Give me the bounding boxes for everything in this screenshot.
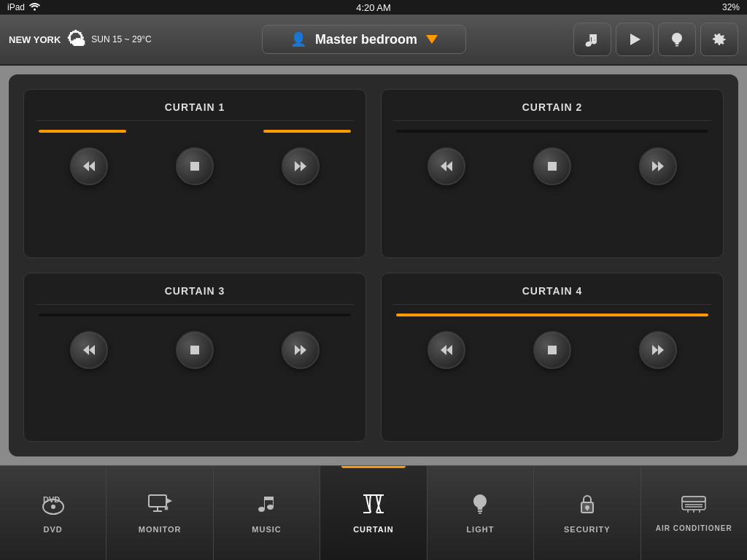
svg-text:DVD: DVD (43, 495, 60, 504)
tab-security[interactable]: SECURITY (534, 466, 640, 560)
svg-marker-18 (446, 345, 452, 355)
svg-marker-6 (301, 161, 306, 171)
curtain-2-title: CURTAIN 2 (393, 101, 711, 121)
tab-security-label: SECURITY (564, 525, 611, 534)
room-label: Master bedroom (315, 32, 417, 47)
svg-rect-14 (190, 346, 199, 354)
svg-rect-4 (190, 162, 199, 171)
svg-rect-25 (149, 495, 166, 507)
dvd-icon: DVD (39, 492, 67, 519)
svg-marker-16 (301, 345, 306, 355)
svg-marker-5 (295, 161, 301, 171)
light-icon (469, 492, 491, 519)
tab-light[interactable]: LIGHT (427, 466, 534, 560)
room-selector: 👤 Master bedroom (162, 25, 566, 54)
settings-button[interactable] (700, 23, 738, 56)
curtain-2-controls (393, 141, 711, 191)
play-button[interactable] (616, 23, 654, 56)
battery-label: 32% (722, 2, 740, 12)
svg-marker-21 (658, 345, 664, 355)
curtain-1-rewind-button[interactable] (70, 147, 108, 185)
curtain-4-stop-button[interactable] (533, 331, 571, 369)
svg-marker-10 (652, 161, 658, 171)
music-icon (255, 492, 279, 519)
curtain-2-card: CURTAIN 2 (381, 89, 724, 258)
curtain-2-rewind-button[interactable] (427, 147, 465, 185)
tab-dvd[interactable]: DVD DVD (0, 466, 107, 560)
curtain-3-stop-button[interactable] (176, 331, 214, 369)
city-label: NEW YORK (9, 34, 61, 45)
svg-point-0 (34, 8, 36, 10)
person-icon: 👤 (290, 31, 306, 47)
ac-icon (681, 494, 707, 518)
curtain-2-forward-button[interactable] (639, 147, 677, 185)
curtain-4-card: CURTAIN 4 (381, 273, 724, 442)
tab-curtain-label: CURTAIN (353, 525, 394, 534)
top-controls (573, 23, 738, 56)
svg-marker-3 (89, 161, 95, 171)
monitor-icon (146, 492, 174, 519)
tab-music-label: MUSIC (252, 525, 281, 534)
content-panel: CURTAIN 1 (9, 74, 738, 456)
time-label: 4:20 AM (356, 2, 391, 13)
svg-point-36 (586, 506, 589, 509)
curtain-1-title: CURTAIN 1 (36, 101, 354, 121)
weather-desc: SUN 15 ~ 29°C (91, 34, 152, 44)
svg-marker-7 (441, 161, 446, 171)
music-button[interactable] (573, 23, 611, 56)
tab-ac-label: AIR CONDITIONER (656, 524, 732, 532)
wifi-icon (29, 2, 40, 13)
top-bar: NEW YORK 🌤 SUN 15 ~ 29°C 👤 Master bedroo… (0, 15, 747, 66)
status-bar: iPad 4:20 AM 32% (0, 0, 747, 15)
room-button[interactable]: 👤 Master bedroom (262, 25, 466, 54)
tab-light-label: LIGHT (466, 525, 494, 534)
svg-marker-13 (89, 345, 95, 355)
tab-music[interactable]: MUSIC (214, 466, 320, 560)
tab-bar: DVD DVD MONITOR MUSIC (0, 465, 747, 560)
svg-marker-12 (83, 345, 89, 355)
main-content: CURTAIN 1 (0, 66, 747, 465)
active-tab-indicator (341, 466, 405, 468)
svg-marker-17 (441, 345, 446, 355)
curtain-4-forward-button[interactable] (639, 331, 677, 369)
security-icon (576, 492, 599, 519)
tab-monitor[interactable]: MONITOR (107, 466, 213, 560)
weather-section: NEW YORK 🌤 SUN 15 ~ 29°C (9, 28, 155, 51)
curtain-4-controls (393, 325, 711, 375)
svg-marker-8 (446, 161, 452, 171)
curtain-3-rewind-button[interactable] (70, 331, 108, 369)
svg-marker-15 (295, 345, 301, 355)
light-button[interactable] (658, 23, 696, 56)
device-label: iPad (7, 2, 25, 12)
weather-icon: 🌤 (66, 28, 85, 51)
svg-marker-11 (658, 161, 664, 171)
tab-airconditioner[interactable]: AIR CONDITIONER (641, 466, 747, 560)
tab-monitor-label: MONITOR (139, 525, 182, 534)
svg-marker-1 (630, 34, 640, 45)
curtain-3-forward-button[interactable] (282, 331, 320, 369)
svg-point-23 (51, 505, 55, 509)
tab-curtain[interactable]: CURTAIN (320, 466, 427, 560)
svg-marker-2 (83, 161, 89, 171)
svg-marker-20 (652, 345, 658, 355)
curtain-icon (360, 492, 387, 519)
curtain-1-stop-button[interactable] (176, 147, 214, 185)
svg-marker-28 (166, 498, 172, 504)
curtain-1-controls (36, 141, 354, 191)
curtain-4-rewind-button[interactable] (427, 331, 465, 369)
curtain-1-forward-button[interactable] (282, 147, 320, 185)
svg-rect-9 (548, 162, 557, 171)
svg-rect-19 (548, 346, 557, 354)
curtain-3-title: CURTAIN 3 (36, 285, 354, 305)
curtain-2-stop-button[interactable] (533, 147, 571, 185)
svg-rect-45 (682, 497, 705, 502)
tab-dvd-label: DVD (44, 525, 63, 534)
curtain-1-card: CURTAIN 1 (23, 89, 366, 258)
curtain-4-title: CURTAIN 4 (393, 285, 711, 305)
curtain-3-controls (36, 325, 354, 375)
curtain-3-card: CURTAIN 3 (23, 273, 366, 442)
dropdown-arrow-icon (426, 35, 438, 44)
